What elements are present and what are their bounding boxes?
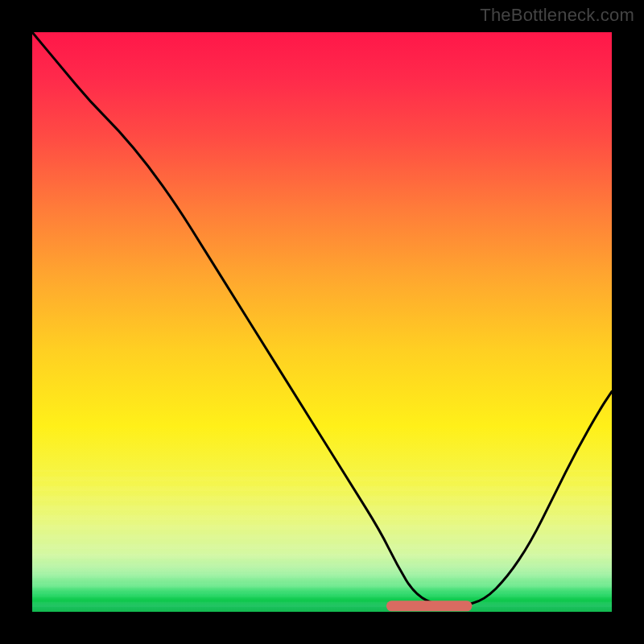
watermark-text: TheBottleneck.com [480, 5, 634, 26]
chart-frame: TheBottleneck.com [0, 0, 644, 644]
mismatch-curve [32, 32, 612, 606]
curve-layer [32, 32, 612, 612]
